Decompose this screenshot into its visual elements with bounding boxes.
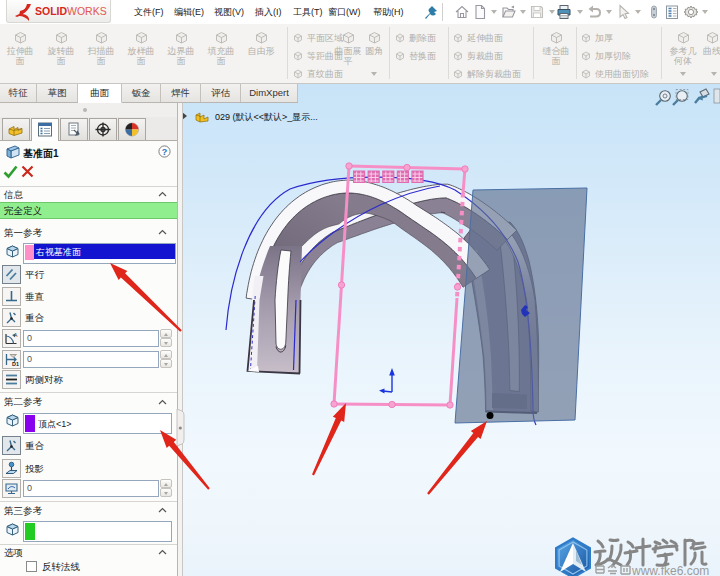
svg-text:D1: D1	[12, 361, 19, 367]
svg-text:SOLID: SOLID	[35, 5, 68, 17]
svg-text:A: A	[14, 332, 18, 338]
svg-text:WORKS: WORKS	[67, 5, 107, 17]
svg-text:?: ?	[162, 147, 168, 157]
